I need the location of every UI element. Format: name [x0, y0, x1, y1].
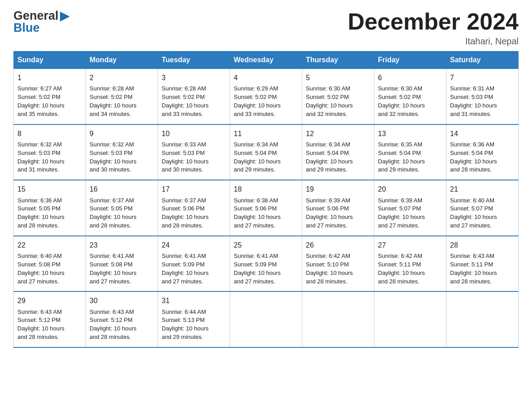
page-header: General Blue December 2024 Itahari, Nepa…: [13, 9, 519, 47]
day-number: 29: [17, 295, 82, 306]
day-details: Sunrise: 6:44 AM Sunset: 5:13 PM Dayligh…: [162, 308, 226, 342]
day-details: Sunrise: 6:35 AM Sunset: 5:04 PM Dayligh…: [378, 141, 442, 174]
day-details: Sunrise: 6:43 AM Sunset: 5:12 PM Dayligh…: [90, 308, 154, 342]
table-row: 30 Sunrise: 6:43 AM Sunset: 5:12 PM Dayl…: [86, 291, 158, 347]
day-details: Sunrise: 6:38 AM Sunset: 5:06 PM Dayligh…: [234, 197, 298, 230]
day-number: 31: [162, 295, 226, 306]
day-number: 10: [162, 128, 226, 139]
day-number: 25: [234, 240, 298, 250]
day-number: 26: [306, 240, 370, 250]
table-row: 6 Sunrise: 6:30 AM Sunset: 5:02 PM Dayli…: [374, 69, 446, 124]
day-number: 5: [306, 73, 370, 83]
calendar-week-row: 22 Sunrise: 6:40 AM Sunset: 5:08 PM Dayl…: [14, 236, 519, 292]
logo-blue-text: Blue: [13, 21, 70, 35]
table-row: 9 Sunrise: 6:32 AM Sunset: 5:03 PM Dayli…: [86, 124, 158, 180]
day-number: 18: [234, 184, 298, 194]
table-row: 17 Sunrise: 6:37 AM Sunset: 5:06 PM Dayl…: [158, 180, 230, 236]
day-details: Sunrise: 6:27 AM Sunset: 5:02 PM Dayligh…: [17, 85, 82, 118]
table-row: 20 Sunrise: 6:39 AM Sunset: 5:07 PM Dayl…: [374, 180, 446, 236]
day-number: 28: [450, 240, 515, 250]
calendar-table: Sunday Monday Tuesday Wednesday Thursday…: [13, 51, 519, 348]
day-details: Sunrise: 6:29 AM Sunset: 5:02 PM Dayligh…: [234, 85, 298, 118]
day-details: Sunrise: 6:41 AM Sunset: 5:09 PM Dayligh…: [234, 252, 298, 286]
table-row: 24 Sunrise: 6:41 AM Sunset: 5:09 PM Dayl…: [158, 236, 230, 292]
day-number: 4: [234, 73, 298, 83]
col-monday: Monday: [86, 51, 158, 69]
calendar-week-row: 29 Sunrise: 6:43 AM Sunset: 5:12 PM Dayl…: [14, 291, 519, 347]
table-row: 2 Sunrise: 6:28 AM Sunset: 5:02 PM Dayli…: [86, 69, 158, 124]
table-row: 4 Sunrise: 6:29 AM Sunset: 5:02 PM Dayli…: [230, 69, 302, 124]
day-number: 11: [234, 128, 298, 139]
col-wednesday: Wednesday: [230, 51, 302, 69]
day-details: Sunrise: 6:41 AM Sunset: 5:09 PM Dayligh…: [162, 252, 226, 286]
table-row: 21 Sunrise: 6:40 AM Sunset: 5:07 PM Dayl…: [446, 180, 519, 236]
table-row: 1 Sunrise: 6:27 AM Sunset: 5:02 PM Dayli…: [14, 69, 86, 124]
day-details: Sunrise: 6:37 AM Sunset: 5:06 PM Dayligh…: [162, 197, 226, 230]
table-row: [446, 291, 519, 347]
logo-triangle-icon: [60, 12, 70, 21]
day-details: Sunrise: 6:32 AM Sunset: 5:03 PM Dayligh…: [90, 141, 154, 174]
day-details: Sunrise: 6:30 AM Sunset: 5:02 PM Dayligh…: [306, 85, 370, 118]
table-row: 27 Sunrise: 6:42 AM Sunset: 5:11 PM Dayl…: [374, 236, 446, 292]
day-number: 2: [90, 73, 154, 83]
title-area: December 2024 Itahari, Nepal: [348, 9, 519, 47]
logo: General Blue: [13, 9, 70, 35]
day-details: Sunrise: 6:41 AM Sunset: 5:08 PM Dayligh…: [90, 252, 154, 286]
day-number: 24: [162, 240, 226, 250]
day-number: 6: [378, 73, 442, 83]
day-number: 27: [378, 240, 442, 250]
day-details: Sunrise: 6:30 AM Sunset: 5:02 PM Dayligh…: [378, 85, 442, 118]
table-row: 26 Sunrise: 6:42 AM Sunset: 5:10 PM Dayl…: [302, 236, 374, 292]
table-row: [230, 291, 302, 347]
table-row: [374, 291, 446, 347]
day-details: Sunrise: 6:42 AM Sunset: 5:11 PM Dayligh…: [378, 252, 442, 286]
table-row: 14 Sunrise: 6:36 AM Sunset: 5:04 PM Dayl…: [446, 124, 519, 180]
day-number: 20: [378, 184, 442, 194]
day-details: Sunrise: 6:32 AM Sunset: 5:03 PM Dayligh…: [17, 141, 82, 174]
day-details: Sunrise: 6:31 AM Sunset: 5:03 PM Dayligh…: [450, 85, 515, 118]
day-number: 12: [306, 128, 370, 139]
day-details: Sunrise: 6:39 AM Sunset: 5:07 PM Dayligh…: [378, 197, 442, 230]
day-number: 21: [450, 184, 515, 194]
table-row: 10 Sunrise: 6:33 AM Sunset: 5:03 PM Dayl…: [158, 124, 230, 180]
day-details: Sunrise: 6:42 AM Sunset: 5:10 PM Dayligh…: [306, 252, 370, 286]
table-row: 29 Sunrise: 6:43 AM Sunset: 5:12 PM Dayl…: [14, 291, 86, 347]
month-title: December 2024: [348, 9, 519, 34]
table-row: 12 Sunrise: 6:34 AM Sunset: 5:04 PM Dayl…: [302, 124, 374, 180]
table-row: 7 Sunrise: 6:31 AM Sunset: 5:03 PM Dayli…: [446, 69, 519, 124]
table-row: [302, 291, 374, 347]
day-details: Sunrise: 6:33 AM Sunset: 5:03 PM Dayligh…: [162, 141, 226, 174]
table-row: 23 Sunrise: 6:41 AM Sunset: 5:08 PM Dayl…: [86, 236, 158, 292]
day-details: Sunrise: 6:28 AM Sunset: 5:02 PM Dayligh…: [90, 85, 154, 118]
table-row: 25 Sunrise: 6:41 AM Sunset: 5:09 PM Dayl…: [230, 236, 302, 292]
day-number: 7: [450, 73, 515, 83]
calendar-week-row: 1 Sunrise: 6:27 AM Sunset: 5:02 PM Dayli…: [14, 69, 519, 124]
col-sunday: Sunday: [14, 51, 86, 69]
table-row: 11 Sunrise: 6:34 AM Sunset: 5:04 PM Dayl…: [230, 124, 302, 180]
table-row: 19 Sunrise: 6:39 AM Sunset: 5:06 PM Dayl…: [302, 180, 374, 236]
table-row: 8 Sunrise: 6:32 AM Sunset: 5:03 PM Dayli…: [14, 124, 86, 180]
day-number: 14: [450, 128, 515, 139]
day-number: 1: [17, 73, 82, 83]
table-row: 31 Sunrise: 6:44 AM Sunset: 5:13 PM Dayl…: [158, 291, 230, 347]
day-details: Sunrise: 6:28 AM Sunset: 5:02 PM Dayligh…: [162, 85, 226, 118]
table-row: 28 Sunrise: 6:43 AM Sunset: 5:11 PM Dayl…: [446, 236, 519, 292]
day-number: 22: [17, 240, 82, 250]
day-details: Sunrise: 6:40 AM Sunset: 5:07 PM Dayligh…: [450, 197, 515, 230]
day-details: Sunrise: 6:40 AM Sunset: 5:08 PM Dayligh…: [17, 252, 82, 286]
table-row: 22 Sunrise: 6:40 AM Sunset: 5:08 PM Dayl…: [14, 236, 86, 292]
day-details: Sunrise: 6:34 AM Sunset: 5:04 PM Dayligh…: [234, 141, 298, 174]
day-details: Sunrise: 6:36 AM Sunset: 5:05 PM Dayligh…: [17, 197, 82, 230]
col-saturday: Saturday: [446, 51, 519, 69]
day-details: Sunrise: 6:36 AM Sunset: 5:04 PM Dayligh…: [450, 141, 515, 174]
table-row: 15 Sunrise: 6:36 AM Sunset: 5:05 PM Dayl…: [14, 180, 86, 236]
calendar-header-row: Sunday Monday Tuesday Wednesday Thursday…: [14, 51, 519, 69]
col-thursday: Thursday: [302, 51, 374, 69]
table-row: 5 Sunrise: 6:30 AM Sunset: 5:02 PM Dayli…: [302, 69, 374, 124]
day-number: 16: [90, 184, 154, 194]
day-number: 19: [306, 184, 370, 194]
calendar-week-row: 15 Sunrise: 6:36 AM Sunset: 5:05 PM Dayl…: [14, 180, 519, 236]
svg-marker-0: [60, 12, 70, 21]
col-friday: Friday: [374, 51, 446, 69]
day-number: 15: [17, 184, 82, 194]
